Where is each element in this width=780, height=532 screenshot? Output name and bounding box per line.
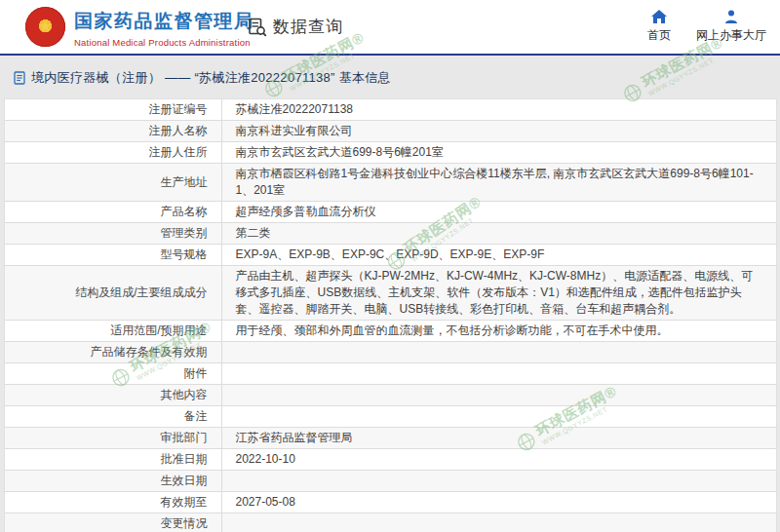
user-icon [723,9,739,24]
row-value [221,342,776,363]
agency-title-block: 国家药品监督管理局 National Medical Products Admi… [74,9,254,48]
row-label: 有效期至 [5,492,221,513]
nav-online-hall-label: 网上办事大厅 [696,27,766,44]
row-value [221,363,776,385]
national-emblem-logo: ★ [25,7,65,47]
row-label: 注册人名称 [5,121,221,142]
emblem-star-icon: ★ [39,19,52,33]
row-label: 结构及组成/主要组成成分 [5,266,221,321]
table-row: 注册证编号苏械注准20222071138 [5,99,776,121]
row-label: 产品名称 [5,202,221,223]
row-value: 第二类 [221,223,776,245]
row-label: 其他内容 [5,385,221,406]
row-label: 注册证编号 [5,99,221,121]
row-label: 适用范围/预期用途 [5,321,221,342]
row-label: 生产地址 [5,164,221,202]
data-query-label: 数据查询 [273,16,343,38]
nav-home-label: 首页 [647,27,671,44]
table-row: 结构及组成/主要组成成分产品由主机、超声探头（KJ-PW-2MHz、KJ-CW-… [5,266,776,321]
table-row: 变更情况 [5,513,776,532]
table-row: 其他内容 [5,385,776,406]
row-value: 超声经颅多普勒血流分析仪 [221,202,776,223]
row-value: 用于经颅、颈部和外周血管的血流测量，不包括分析诊断功能，不可在手术中使用。 [221,321,776,342]
row-value: 2027-05-08 [221,492,776,513]
row-value: 2022-10-10 [221,449,776,471]
table-row: 有效期至2027-05-08 [5,492,776,513]
table-row: 批准日期2022-10-10 [5,449,776,471]
site-header: ★ 国家药品监督管理局 National Medical Products Ad… [0,0,780,56]
table-row: 型号规格EXP-9A、EXP-9B、EXP-9C、EXP-9D、EXP-9E、E… [5,245,776,266]
home-icon [650,9,668,24]
row-label: 型号规格 [5,245,221,266]
row-value [221,471,776,492]
table-row: 生产地址南京市栖霞区科创路1号金港科技创业中心综合楼11楼东半层, 南京市玄武区… [5,164,776,202]
row-label: 审批部门 [5,428,221,449]
agency-name-en: National Medical Products Administration [74,37,254,48]
detail-table-body: 注册证编号苏械注准20222071138注册人名称南京科进实业有限公司注册人住所… [5,99,776,532]
table-row: 产品名称超声经颅多普勒血流分析仪 [5,202,776,223]
registration-detail-table: 注册证编号苏械注准20222071138注册人名称南京科进实业有限公司注册人住所… [4,98,777,532]
row-label: 批准日期 [5,449,221,471]
table-row: 管理类别第二类 [5,223,776,245]
row-value: 南京科进实业有限公司 [221,121,776,142]
breadcrumb: 境内医疗器械（注册） —— “苏械注准20222071138” 基本信息 [0,57,780,98]
row-label: 变更情况 [5,513,221,532]
document-search-icon [247,17,268,38]
page-doc-icon [14,71,25,85]
table-row: 生效日期 [5,471,776,492]
row-label: 注册人住所 [5,142,221,164]
table-row: 产品储存条件及有效期 [5,342,776,363]
row-label: 附件 [5,363,221,385]
row-value: 南京市栖霞区科创路1号金港科技创业中心综合楼11楼东半层, 南京市玄武区玄武大道… [221,164,776,202]
page-title: 境内医疗器械（注册） —— “苏械注准20222071138” 基本信息 [31,69,391,87]
nav-item-home[interactable]: 首页 [647,9,671,44]
data-query-section-title: 数据查询 [247,16,343,38]
row-value [221,406,776,428]
row-value: 产品由主机、超声探头（KJ-PW-2MHz、KJ-CW-4MHz、KJ-CW-8… [221,266,776,321]
table-row: 注册人名称南京科进实业有限公司 [5,121,776,142]
row-label: 备注 [5,406,221,428]
row-label: 管理类别 [5,223,221,245]
row-value: 南京市玄武区玄武大道699-8号6幢201室 [221,142,776,164]
table-row: 审批部门江苏省药品监督管理局 [5,428,776,449]
row-label: 生效日期 [5,471,221,492]
table-row: 备注 [5,406,776,428]
nav-item-online-hall[interactable]: 网上办事大厅 [696,9,766,44]
row-value [221,385,776,406]
table-row: 适用范围/预期用途用于经颅、颈部和外周血管的血流测量，不包括分析诊断功能，不可在… [5,321,776,342]
row-value: 苏械注准20222071138 [221,99,776,121]
table-row: 注册人住所南京市玄武区玄武大道699-8号6幢201室 [5,142,776,164]
row-value: 江苏省药品监督管理局 [221,428,776,449]
agency-name-cn: 国家药品监督管理局 [74,9,254,34]
row-value: EXP-9A、EXP-9B、EXP-9C、EXP-9D、EXP-9E、EXP-9… [221,245,776,266]
row-value [221,513,776,532]
table-row: 附件 [5,363,776,385]
top-nav: 首页 网上办事大厅 [647,9,766,44]
row-label: 产品储存条件及有效期 [5,342,221,363]
